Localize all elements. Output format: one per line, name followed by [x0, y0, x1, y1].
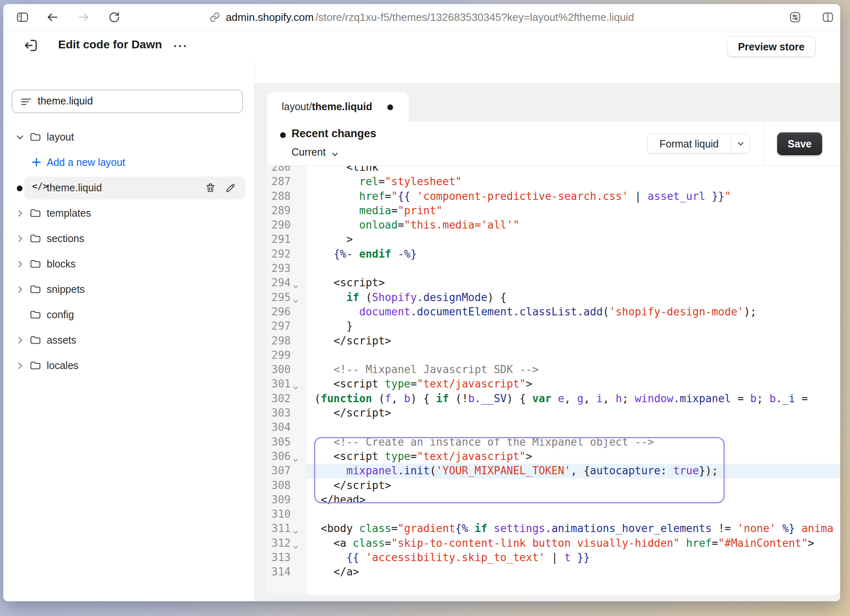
fold-chevron-icon[interactable] — [292, 294, 299, 301]
back-icon[interactable] — [46, 11, 59, 23]
code-line-297[interactable]: 297 } — [267, 319, 840, 333]
split-view-icon[interactable] — [822, 11, 834, 23]
add-layout-label: Add a new layout — [47, 156, 125, 168]
chevron-right-icon[interactable] — [16, 285, 25, 294]
sidebar-item-add-a-new-layout[interactable]: Add a new layout — [3, 150, 254, 175]
delete-file-icon[interactable] — [205, 182, 216, 194]
browser-settings-icon[interactable] — [789, 11, 801, 23]
code-text: {{ 'accessibility.skip_to_text' | t }} — [308, 550, 590, 565]
code-line-299[interactable]: 299 — [267, 348, 840, 362]
sidebar-item-assets[interactable]: assets — [3, 328, 254, 353]
code-line-314[interactable]: 314 </a> — [267, 565, 840, 579]
exit-code-editor-icon[interactable] — [23, 37, 39, 54]
filter-icon — [20, 96, 32, 107]
code-line-289[interactable]: 289 media="print" — [267, 204, 840, 218]
code-editor[interactable]: 286 <link287 rel="stylesheet"288 href="{… — [267, 166, 840, 595]
forward-icon[interactable] — [77, 11, 90, 23]
code-line-303[interactable]: 303 </script> — [267, 406, 840, 420]
code-text: </script> — [308, 334, 391, 348]
code-text: <a class="skip-to-content-link button vi… — [308, 536, 814, 550]
code-line-310[interactable]: 310 — [267, 507, 840, 521]
code-line-298[interactable]: 298 </script> — [267, 334, 840, 348]
sidebar-item-templates[interactable]: templates — [3, 201, 254, 226]
code-line-290[interactable]: 290 onload="this.media='all'" — [267, 218, 840, 232]
editor-header-panel: Recent changes Current Format liquid — [267, 122, 840, 166]
fold-chevron-icon[interactable] — [292, 453, 299, 460]
code-line-296[interactable]: 296 document.documentElement.classList.a… — [267, 305, 840, 319]
more-actions-icon[interactable] — [170, 40, 189, 52]
code-line-288[interactable]: 288 href="{{ 'component-predictive-searc… — [267, 189, 840, 204]
address-bar[interactable]: admin.shopify.com/store/rzq1xu-f5/themes… — [209, 4, 634, 30]
search-value: theme.liquid — [38, 95, 93, 107]
code-lines: 286 <link287 rel="stylesheet"288 href="{… — [267, 166, 840, 580]
file-search-input[interactable]: theme.liquid — [12, 90, 243, 113]
sidebar-item-blocks[interactable]: blocks — [3, 251, 254, 277]
fold-chevron-icon[interactable] — [292, 525, 299, 532]
fold-chevron-icon[interactable] — [292, 279, 299, 286]
line-number: 313 — [267, 550, 291, 565]
code-text: </script> — [308, 406, 391, 420]
code-line-309[interactable]: 309 </head> — [267, 493, 840, 507]
code-line-311[interactable]: 311 <body class="gradient{% if settings.… — [267, 521, 840, 536]
code-line-294[interactable]: 294 <script> — [267, 276, 840, 290]
reload-icon[interactable] — [108, 11, 120, 23]
modified-dot — [17, 186, 23, 191]
line-number: 311 — [267, 521, 291, 536]
code-line-312[interactable]: 312 <a class="skip-to-content-link butto… — [267, 536, 840, 550]
code-line-291[interactable]: 291 > — [267, 232, 840, 247]
sidebar-item-sections[interactable]: sections — [3, 226, 254, 251]
chevron-right-icon[interactable] — [16, 209, 25, 218]
code-line-302[interactable]: 302 (function (f, b) { if (!b.__SV) { va… — [267, 392, 840, 406]
sidebar-item-snippets[interactable]: snippets — [3, 277, 254, 302]
code-line-301[interactable]: 301 <script type="text/javascript"> — [267, 377, 840, 391]
sidebar-toggle-icon[interactable] — [16, 11, 29, 23]
sidebar-item-theme-liquid[interactable]: </>theme.liquid — [3, 175, 254, 201]
format-liquid-button[interactable]: Format liquid — [647, 134, 750, 154]
chevron-right-icon[interactable] — [16, 336, 25, 345]
code-line-286[interactable]: 286 <link — [267, 166, 840, 174]
code-text: <!-- Mixpanel Javascript SDK --> — [308, 362, 539, 377]
code-line-305[interactable]: 305 <!-- Create an instance of the Mixpa… — [267, 435, 840, 449]
code-text: </head> — [308, 493, 366, 507]
chevron-right-icon[interactable] — [16, 234, 25, 243]
folder-icon — [29, 284, 41, 294]
line-number: 308 — [267, 478, 291, 493]
folder-label: layout — [47, 131, 74, 143]
sidebar-item-config[interactable]: config — [3, 302, 254, 328]
code-line-306[interactable]: 306 <script type="text/javascript"> — [267, 449, 840, 464]
code-line-292[interactable]: 292 {%- endif -%} — [267, 247, 840, 261]
chevron-down-icon — [331, 149, 339, 156]
recent-changes-dot — [280, 132, 286, 138]
code-line-307[interactable]: 307 mixpanel.init('YOUR_MIXPANEL_TOKEN',… — [267, 464, 840, 478]
code-line-295[interactable]: 295 if (Shopify.designMode) { — [267, 290, 840, 305]
format-options-icon[interactable] — [731, 134, 750, 154]
code-line-300[interactable]: 300 <!-- Mixpanel Javascript SDK --> — [267, 362, 840, 377]
panel-divider — [764, 122, 765, 165]
format-liquid-label: Format liquid — [647, 134, 731, 154]
fold-chevron-icon[interactable] — [292, 540, 299, 546]
line-number: 290 — [267, 218, 291, 232]
code-text: <link — [308, 166, 378, 174]
sidebar-item-layout[interactable]: layout — [3, 125, 254, 150]
line-number: 298 — [267, 334, 291, 348]
rename-file-icon[interactable] — [225, 182, 236, 194]
code-line-287[interactable]: 287 rel="stylesheet" — [267, 174, 840, 189]
editor-main: layout/theme.liquid Recent changes Curre… — [255, 61, 840, 601]
code-line-308[interactable]: 308 </script> — [267, 478, 840, 493]
code-line-293[interactable]: 293 — [267, 261, 840, 276]
version-dropdown[interactable]: Current — [292, 146, 339, 158]
save-button[interactable]: Save — [777, 132, 822, 155]
code-text: rel="stylesheet" — [308, 174, 462, 189]
sidebar-item-locales[interactable]: locales — [3, 353, 254, 378]
fold-chevron-icon[interactable] — [292, 380, 299, 387]
tab-theme-liquid[interactable]: layout/theme.liquid — [267, 92, 409, 122]
chevron-right-icon[interactable] — [16, 361, 25, 370]
chevron-down-icon[interactable] — [16, 133, 25, 142]
line-number: 309 — [267, 493, 291, 507]
code-text: <script> — [308, 276, 385, 290]
chevron-right-icon[interactable] — [16, 260, 25, 269]
preview-store-button[interactable]: Preview store — [727, 36, 816, 57]
code-line-304[interactable]: 304 — [267, 420, 840, 435]
code-line-313[interactable]: 313 {{ 'accessibility.skip_to_text' | t … — [267, 550, 840, 565]
file-tree: layoutAdd a new layout</>theme.liquidtem… — [3, 125, 254, 378]
